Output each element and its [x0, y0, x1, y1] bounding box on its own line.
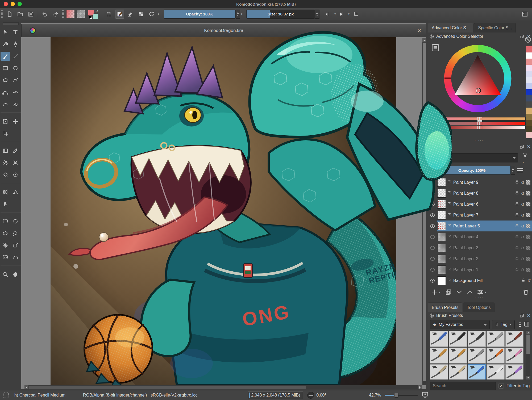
alpha-lock-icon[interactable]: [526, 180, 530, 185]
brush-settings-button[interactable]: [105, 10, 114, 19]
mirror-horizontal-button[interactable]: [324, 10, 333, 19]
toolbar-drag-handle[interactable]: [62, 10, 64, 18]
layer-row-main[interactable]: Background Fillα: [437, 275, 532, 286]
tool-move-tool[interactable]: [11, 117, 20, 126]
save-button[interactable]: [26, 10, 35, 19]
tool-reference-images-tool[interactable]: [1, 199, 10, 209]
tool-polyline-tool[interactable]: [11, 76, 20, 85]
lock-open-icon[interactable]: [515, 179, 519, 185]
tool-gradient-tool[interactable]: [1, 146, 10, 155]
lock-icon[interactable]: [429, 313, 434, 318]
inherit-alpha-icon[interactable]: α: [521, 245, 524, 251]
chevron-down-icon[interactable]: ▾: [485, 291, 487, 294]
delete-layer-button[interactable]: [522, 289, 529, 296]
tab-tool-options[interactable]: Tool Options: [463, 303, 494, 312]
color-history-swatch[interactable]: [526, 126, 532, 132]
background-color-swatch[interactable]: [93, 14, 98, 19]
lock-open-icon[interactable]: [515, 256, 519, 262]
docker-splitter-handle[interactable]: ······: [428, 139, 532, 143]
subwindow-titlebar[interactable]: KomodoDragon.kra ×: [21, 24, 426, 37]
reload-preset-button[interactable]: [147, 10, 156, 19]
tab-brush-presets[interactable]: Brush Presets: [428, 303, 462, 312]
chevron-down-icon[interactable]: ▾: [439, 291, 440, 294]
scroll-left-icon[interactable]: [24, 385, 28, 389]
lock-open-icon[interactable]: [515, 190, 519, 196]
opacity-spinner[interactable]: [236, 10, 240, 19]
lock-closed-icon[interactable]: [521, 278, 526, 283]
display-mode-button[interactable]: [422, 391, 429, 399]
lock-open-icon[interactable]: [515, 212, 519, 218]
size-slider[interactable]: Size: 36.37 px: [246, 10, 315, 19]
color-history-swatch[interactable]: [526, 101, 532, 108]
tool-text-tool[interactable]: [11, 28, 20, 37]
close-docker-icon[interactable]: ×: [527, 144, 530, 150]
scroll-thumb[interactable]: [526, 335, 530, 354]
layer-row-main[interactable]: Paint Layer 6α: [437, 199, 532, 210]
tool-colorize-mask-tool[interactable]: [1, 158, 10, 167]
layer-row-main[interactable]: Paint Layer 8α: [437, 188, 532, 199]
tool-magnetic-select-tool[interactable]: [11, 253, 20, 262]
layer-row[interactable]: Paint Layer 4α: [428, 231, 532, 242]
tool-multibrush-tool[interactable]: [11, 100, 20, 109]
eraser-mode-button[interactable]: [126, 10, 135, 19]
brush-preset-mop-brush[interactable]: [449, 364, 467, 379]
preset-edit-button[interactable]: [523, 321, 530, 328]
tool-similar-color-select-tool[interactable]: [1, 241, 10, 250]
layer-row[interactable]: Paint Layer 6α: [428, 199, 532, 210]
lock-open-icon[interactable]: [515, 267, 519, 272]
pattern-chooser[interactable]: [77, 10, 85, 18]
layer-row[interactable]: Background Fillα: [428, 275, 532, 286]
blend-mode-dropdown[interactable]: [430, 153, 518, 162]
tool-zoom-tool[interactable]: [1, 270, 10, 279]
layer-row-main[interactable]: Paint Layer 1α: [437, 264, 532, 275]
alpha-lock-icon[interactable]: [526, 213, 530, 217]
tool-dynamic-brush-tool[interactable]: [1, 100, 10, 109]
tool-select-shapes-tool[interactable]: [1, 28, 10, 37]
scroll-up-icon[interactable]: [422, 38, 426, 42]
open-document-button[interactable]: [16, 10, 25, 19]
brush-preset-flat-brush[interactable]: [430, 364, 448, 379]
alpha-lock-icon[interactable]: [526, 235, 530, 239]
foreground-background-colors[interactable]: ⇄: [88, 9, 99, 19]
layer-row-main[interactable]: Paint Layer 7α: [437, 210, 532, 221]
toolbar-drag-handle[interactable]: [1, 10, 3, 18]
layer-row[interactable]: Paint Layer 8α: [428, 188, 532, 199]
inherit-alpha-icon[interactable]: α: [521, 201, 524, 207]
no-color-icon[interactable]: [525, 37, 531, 43]
alpha-lock-icon[interactable]: [526, 224, 530, 228]
default-colors-icon[interactable]: [89, 15, 92, 18]
workspace-chooser-button[interactable]: [520, 10, 529, 19]
inherit-alpha-icon[interactable]: α: [521, 256, 524, 262]
preserve-alpha-button[interactable]: [136, 10, 146, 19]
layer-row-main[interactable]: Paint Layer 2α: [437, 253, 532, 264]
inherit-alpha-icon[interactable]: α: [521, 223, 524, 229]
color-profile-label[interactable]: sRGB-elle-V2-srgbtrc.icc: [151, 393, 197, 398]
brush-preset-eraser[interactable]: [430, 331, 448, 347]
tab-specific-color-selector[interactable]: Specific Color S...: [474, 23, 516, 32]
inherit-alpha-icon[interactable]: α: [521, 267, 524, 272]
wrap-around-mode-button[interactable]: [351, 10, 360, 19]
color-history-swatch[interactable]: [526, 89, 532, 95]
layer-opacity-slider[interactable]: Opacity: 100%: [433, 166, 511, 175]
layer-properties-button[interactable]: [477, 289, 484, 296]
tab-advanced-color-selector[interactable]: Advanced Color S...: [428, 23, 473, 32]
layer-row-main[interactable]: Paint Layer 9α: [437, 177, 532, 188]
undo-button[interactable]: [40, 10, 49, 19]
alpha-lock-icon[interactable]: [526, 257, 530, 261]
layer-visibility-icon[interactable]: [428, 245, 437, 251]
docker-splitter-handle[interactable]: ······: [428, 296, 532, 300]
add-layer-button[interactable]: [431, 289, 438, 296]
tag-filter-dropdown[interactable]: ★ My Favorites: [430, 320, 490, 329]
canvas-vertical-scrollbar[interactable]: [422, 38, 426, 385]
color-history-swatch[interactable]: [526, 132, 532, 138]
tool-fill-tool[interactable]: [1, 170, 10, 179]
tool-line-tool[interactable]: [11, 52, 20, 61]
colorspace-label[interactable]: RGB/Alpha (8-bit integer/channel): [83, 393, 147, 398]
rotation-dial-icon[interactable]: [307, 392, 314, 399]
brush-grid-scrollbar[interactable]: [526, 331, 530, 379]
layer-visibility-icon[interactable]: [428, 234, 437, 240]
color-history-swatch[interactable]: [526, 46, 532, 52]
layer-row[interactable]: Paint Layer 2α: [428, 253, 532, 264]
tool-elliptical-select-tool[interactable]: [11, 217, 20, 226]
color-history-swatch[interactable]: [526, 95, 532, 101]
